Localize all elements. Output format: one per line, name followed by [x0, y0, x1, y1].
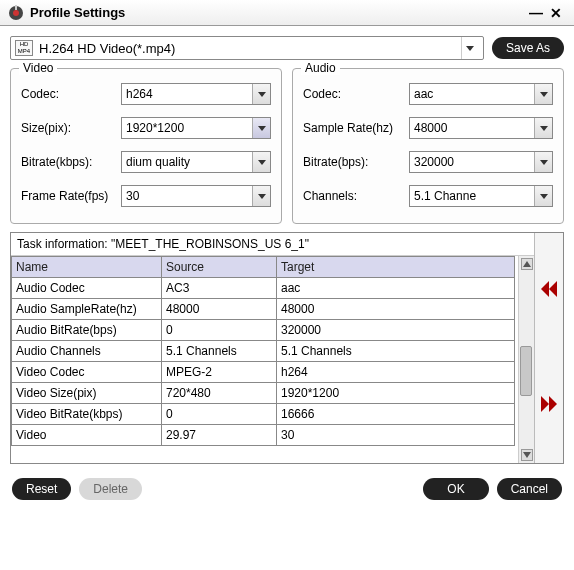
- delete-button[interactable]: Delete: [79, 478, 142, 500]
- cell-source: 0: [162, 404, 277, 425]
- footer: Reset Delete OK Cancel: [0, 470, 574, 508]
- cell-name: Audio SampleRate(hz): [12, 299, 162, 320]
- chevron-down-icon: [461, 37, 479, 59]
- prev-task-button[interactable]: [539, 281, 559, 300]
- table-row[interactable]: Video29.9730: [12, 425, 515, 446]
- col-name[interactable]: Name: [12, 257, 162, 278]
- svg-marker-6: [549, 281, 557, 297]
- table-row[interactable]: Video CodecMPEG-2h264: [12, 362, 515, 383]
- cell-name: Video Codec: [12, 362, 162, 383]
- audio-codec-label: Codec:: [303, 87, 409, 101]
- cell-name: Video Size(pix): [12, 383, 162, 404]
- cell-target: 1920*1200: [277, 383, 515, 404]
- table-row[interactable]: Audio Channels5.1 Channels5.1 Channels: [12, 341, 515, 362]
- cell-name: Audio Channels: [12, 341, 162, 362]
- chevron-down-icon: [252, 152, 270, 172]
- table-row[interactable]: Video Size(pix)720*4801920*1200: [12, 383, 515, 404]
- svg-marker-5: [541, 281, 549, 297]
- audio-samplerate-label: Sample Rate(hz): [303, 121, 409, 135]
- scroll-up-icon[interactable]: [521, 258, 533, 270]
- col-source[interactable]: Source: [162, 257, 277, 278]
- video-codec-select[interactable]: h264: [121, 83, 271, 105]
- table-row[interactable]: Audio CodecAC3aac: [12, 278, 515, 299]
- profile-select[interactable]: HDMP4 H.264 HD Video(*.mp4): [10, 36, 484, 60]
- scroll-down-icon[interactable]: [521, 449, 533, 461]
- video-panel: Video Codec:h264 Size(pix):1920*1200 Bit…: [10, 68, 282, 224]
- audio-channels-select[interactable]: 5.1 Channe: [409, 185, 553, 207]
- svg-rect-2: [15, 5, 17, 10]
- table-row[interactable]: Audio SampleRate(hz)4800048000: [12, 299, 515, 320]
- video-size-label: Size(pix):: [21, 121, 121, 135]
- scroll-thumb[interactable]: [520, 346, 532, 396]
- video-bitrate-select[interactable]: dium quality: [121, 151, 271, 173]
- svg-marker-3: [523, 261, 531, 267]
- cell-source: 5.1 Channels: [162, 341, 277, 362]
- cell-target: 5.1 Channels: [277, 341, 515, 362]
- app-icon: [8, 5, 24, 21]
- audio-panel: Audio Codec:aac Sample Rate(hz)48000 Bit…: [292, 68, 564, 224]
- chevron-down-icon: [534, 118, 552, 138]
- audio-bitrate-label: Bitrate(bps):: [303, 155, 409, 169]
- cell-name: Video BitRate(kbps): [12, 404, 162, 425]
- next-task-button[interactable]: [539, 396, 559, 415]
- mp4-icon: HDMP4: [15, 40, 33, 56]
- chevron-down-icon: [534, 84, 552, 104]
- cell-target: aac: [277, 278, 515, 299]
- ok-button[interactable]: OK: [423, 478, 488, 500]
- svg-marker-8: [549, 396, 557, 412]
- minimize-button[interactable]: —: [526, 3, 546, 23]
- chevron-down-icon: [252, 84, 270, 104]
- cell-source: MPEG-2: [162, 362, 277, 383]
- svg-marker-4: [523, 452, 531, 458]
- cell-target: 30: [277, 425, 515, 446]
- cell-source: AC3: [162, 278, 277, 299]
- svg-marker-7: [541, 396, 549, 412]
- titlebar: Profile Settings — ✕: [0, 0, 574, 26]
- task-info-panel: Task information: "MEET_THE_ROBINSONS_US…: [10, 232, 564, 464]
- video-codec-label: Codec:: [21, 87, 121, 101]
- table-row[interactable]: Audio BitRate(bps)0320000: [12, 320, 515, 341]
- cell-name: Video: [12, 425, 162, 446]
- window-title: Profile Settings: [30, 5, 526, 20]
- video-panel-title: Video: [19, 61, 57, 75]
- cell-target: 320000: [277, 320, 515, 341]
- video-size-select[interactable]: 1920*1200: [121, 117, 271, 139]
- chevron-down-icon: [252, 118, 270, 138]
- cell-target: 16666: [277, 404, 515, 425]
- save-as-button[interactable]: Save As: [492, 37, 564, 59]
- table-row[interactable]: Video BitRate(kbps)016666: [12, 404, 515, 425]
- audio-bitrate-select[interactable]: 320000: [409, 151, 553, 173]
- cell-name: Audio Codec: [12, 278, 162, 299]
- close-button[interactable]: ✕: [546, 3, 566, 23]
- cell-source: 48000: [162, 299, 277, 320]
- video-bitrate-label: Bitrate(kbps):: [21, 155, 121, 169]
- cell-source: 0: [162, 320, 277, 341]
- cell-target: h264: [277, 362, 515, 383]
- scrollbar-vertical[interactable]: [518, 256, 534, 463]
- task-table-scroll[interactable]: Name Source Target Audio CodecAC3aacAudi…: [11, 256, 534, 463]
- chevron-down-icon: [534, 186, 552, 206]
- task-table: Name Source Target Audio CodecAC3aacAudi…: [11, 256, 515, 446]
- video-framerate-select[interactable]: 30: [121, 185, 271, 207]
- cell-name: Audio BitRate(bps): [12, 320, 162, 341]
- cell-source: 720*480: [162, 383, 277, 404]
- chevron-down-icon: [534, 152, 552, 172]
- col-target[interactable]: Target: [277, 257, 515, 278]
- audio-channels-label: Channels:: [303, 189, 409, 203]
- reset-button[interactable]: Reset: [12, 478, 71, 500]
- cell-target: 48000: [277, 299, 515, 320]
- cell-source: 29.97: [162, 425, 277, 446]
- cancel-button[interactable]: Cancel: [497, 478, 562, 500]
- profile-value: H.264 HD Video(*.mp4): [39, 41, 461, 56]
- audio-panel-title: Audio: [301, 61, 340, 75]
- task-heading: Task information: "MEET_THE_ROBINSONS_US…: [11, 233, 534, 256]
- chevron-down-icon: [252, 186, 270, 206]
- svg-point-1: [13, 10, 19, 16]
- audio-codec-select[interactable]: aac: [409, 83, 553, 105]
- audio-samplerate-select[interactable]: 48000: [409, 117, 553, 139]
- video-framerate-label: Frame Rate(fps): [21, 189, 121, 203]
